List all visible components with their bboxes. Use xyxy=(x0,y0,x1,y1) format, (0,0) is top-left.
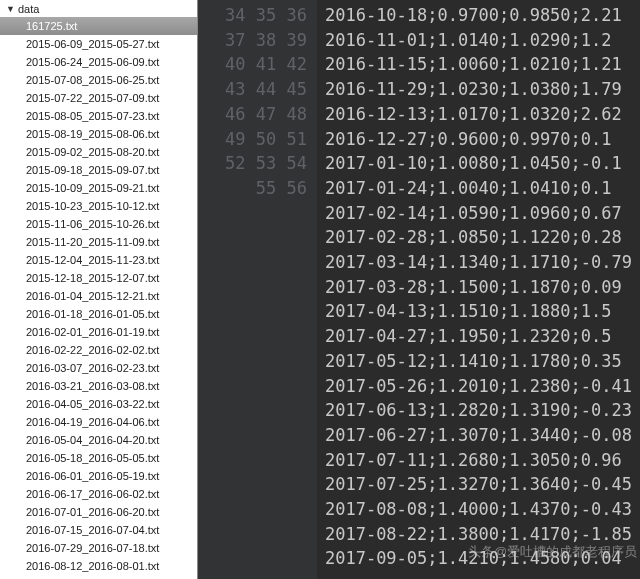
file-item[interactable]: 2015-09-18_2015-09-07.txt xyxy=(0,161,197,179)
file-item[interactable]: 2015-08-19_2015-08-06.txt xyxy=(0,125,197,143)
file-item[interactable]: 2015-07-08_2015-06-25.txt xyxy=(0,71,197,89)
file-item[interactable]: 2015-09-02_2015-08-20.txt xyxy=(0,143,197,161)
file-item[interactable]: 2015-10-09_2015-09-21.txt xyxy=(0,179,197,197)
file-item[interactable]: 2015-11-06_2015-10-26.txt xyxy=(0,215,197,233)
file-item[interactable]: 2016-08-26_2016-08-15.txt xyxy=(0,575,197,579)
file-item[interactable]: 2015-12-04_2015-11-23.txt xyxy=(0,251,197,269)
file-item[interactable]: 161725.txt xyxy=(0,17,197,35)
file-item[interactable]: 2016-02-01_2016-01-19.txt xyxy=(0,323,197,341)
file-item[interactable]: 2015-07-22_2015-07-09.txt xyxy=(0,89,197,107)
file-item[interactable]: 2015-08-05_2015-07-23.txt xyxy=(0,107,197,125)
file-item[interactable]: 2016-01-04_2015-12-21.txt xyxy=(0,287,197,305)
file-tree-sidebar[interactable]: ▼ data 161725.txt2015-06-09_2015-05-27.t… xyxy=(0,0,198,579)
file-item[interactable]: 2015-06-24_2015-06-09.txt xyxy=(0,53,197,71)
file-item[interactable]: 2016-07-15_2016-07-04.txt xyxy=(0,521,197,539)
file-item[interactable]: 2016-06-17_2016-06-02.txt xyxy=(0,485,197,503)
file-item[interactable]: 2015-12-18_2015-12-07.txt xyxy=(0,269,197,287)
file-item[interactable]: 2015-11-20_2015-11-09.txt xyxy=(0,233,197,251)
file-item[interactable]: 2016-07-01_2016-06-20.txt xyxy=(0,503,197,521)
file-item[interactable]: 2016-01-18_2016-01-05.txt xyxy=(0,305,197,323)
tree-root-folder[interactable]: ▼ data xyxy=(0,0,197,17)
file-list: 161725.txt2015-06-09_2015-05-27.txt2015-… xyxy=(0,17,197,579)
file-item[interactable]: 2016-04-19_2016-04-06.txt xyxy=(0,413,197,431)
file-item[interactable]: 2015-10-23_2015-10-12.txt xyxy=(0,197,197,215)
file-item[interactable]: 2016-08-12_2016-08-01.txt xyxy=(0,557,197,575)
file-item[interactable]: 2016-04-05_2016-03-22.txt xyxy=(0,395,197,413)
folder-label: data xyxy=(18,3,39,15)
file-item[interactable]: 2016-07-29_2016-07-18.txt xyxy=(0,539,197,557)
file-item[interactable]: 2016-05-04_2016-04-20.txt xyxy=(0,431,197,449)
file-item[interactable]: 2016-03-07_2016-02-23.txt xyxy=(0,359,197,377)
line-number-gutter: 34 35 36 37 38 39 40 41 42 43 44 45 46 4… xyxy=(198,0,317,579)
disclosure-triangle-icon[interactable]: ▼ xyxy=(6,4,15,14)
file-item[interactable]: 2016-03-21_2016-03-08.txt xyxy=(0,377,197,395)
file-item[interactable]: 2015-06-09_2015-05-27.txt xyxy=(0,35,197,53)
file-item[interactable]: 2016-06-01_2016-05-19.txt xyxy=(0,467,197,485)
file-item[interactable]: 2016-05-18_2016-05-05.txt xyxy=(0,449,197,467)
code-content[interactable]: 2016-10-18;0.9700;0.9850;2.21 2016-11-01… xyxy=(317,0,640,579)
code-editor[interactable]: 34 35 36 37 38 39 40 41 42 43 44 45 46 4… xyxy=(198,0,640,579)
file-item[interactable]: 2016-02-22_2016-02-02.txt xyxy=(0,341,197,359)
